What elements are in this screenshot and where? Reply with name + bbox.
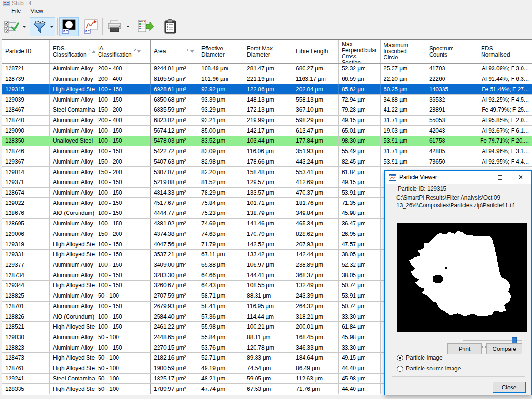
minimize-button[interactable]: — [468,171,489,184]
menu-view[interactable]: View [26,7,48,15]
column-header-ia-classification[interactable]: IA Classification2 [95,40,148,63]
table-row[interactable]: 128721 Aluminium Alloy 200 - 400 9244.01… [2,64,532,74]
dialog-title: Particle Viewer [399,174,468,181]
compare-button[interactable]: Compare [486,343,522,354]
sort-desc-icon [190,50,194,53]
column-header-max-perpendicular[interactable]: Max Perpendicular Cross Section [339,40,381,63]
table-row[interactable]: 129367 Aluminium Alloy 150 - 200 5407.63… [2,156,532,167]
table-header: Particle ID EDS Classification3 IA Class… [2,40,532,64]
table-row[interactable]: 128739 Aluminium Alloy 200 - 400 8165.50… [2,74,532,85]
view-details-dropdown[interactable] [21,17,27,36]
print-button-toolbar[interactable] [105,17,125,36]
menu-file[interactable]: File [7,7,26,15]
column-header-eds-normalised[interactable]: EDS Normalised [478,40,532,63]
radio-particle-source-image[interactable]: Particle source image [397,365,461,372]
window-title: Stub : 4 [12,1,31,6]
column-header-max-inscribed-circle[interactable]: Maximum Inscribed Circle [381,40,426,63]
maximize-icon [498,175,502,180]
toolbar-separator [102,18,103,35]
filter-dropdown[interactable] [49,18,55,36]
spectrum-view-button[interactable] [81,17,100,36]
print-dropdown[interactable] [125,17,131,36]
view-details-button[interactable] [2,17,21,36]
particle-blob-image [397,223,527,332]
close-button[interactable]: Close [493,382,526,393]
toolbar-separator [57,18,58,35]
clipboard-icon [164,19,177,34]
table-export-icon [138,20,154,33]
spectrum-icon [84,19,98,34]
sort-desc-icon [137,50,141,53]
menu-bar: File View [0,6,532,16]
chevron-down-icon [22,26,26,28]
particle-file-path: C:\SmartPI Results\Filter Analysis\Oct 0… [396,194,514,209]
print-button[interactable]: Print [447,343,482,354]
export-table-button[interactable] [136,17,157,36]
radio-particle-image[interactable]: Particle Image [397,354,443,361]
column-header-fibre-length[interactable]: Fibre Length [293,40,339,63]
particle-image-view-button[interactable] [59,17,79,36]
column-header-spectrum-counts[interactable]: Spectrum Counts [426,40,478,63]
particle-image-icon [62,19,76,34]
copy-report-button[interactable] [161,17,179,36]
chevron-down-icon [50,26,54,28]
particle-viewer-dialog: Particle Viewer — ✕ Particle ID: 129315 … [384,170,532,395]
column-header-area[interactable]: Area1 [151,40,198,63]
filter-funnel-icon [33,21,46,33]
filter-button[interactable] [30,18,49,37]
table-row[interactable]: 129090 Aluminium Alloy 100 - 150 5674.12… [2,126,532,136]
column-header-feret-max-diameter[interactable]: Feret Max Diameter [244,40,293,63]
table-row[interactable]: 128746 Aluminium Alloy 100 - 150 5422.72… [2,146,532,157]
column-header-eds-classification[interactable]: EDS Classification3 [50,40,95,63]
table-row[interactable]: 128740 Aluminium Alloy 200 - 400 6823.02… [2,116,532,126]
toolbar [0,16,532,38]
column-header-particle-id[interactable]: Particle ID [2,40,50,63]
groupbox-label: Particle ID: 129315 [396,185,448,192]
dialog-titlebar[interactable]: Particle Viewer — ✕ [385,171,531,184]
table-row[interactable]: 129039 Aluminium Alloy 100 - 150 6850.68… [2,95,532,105]
table-row[interactable]: 129315 High Alloyed Steel 100 - 150 6928… [2,84,532,95]
checklist-icon [4,20,19,33]
column-header-effective-diameter[interactable]: Effective Diameter [198,40,244,63]
table-row[interactable]: 128467 Steel Contaminated 150 - 200 6835… [2,105,532,116]
app-window: Stub : 4 File View [0,0,532,399]
particle-image-canvas [397,223,527,332]
window-titlebar: Stub : 4 [0,0,532,6]
sort-asc-icon [92,50,95,53]
radio-unselected-icon [397,366,403,372]
app-icon [3,1,10,6]
printer-icon [107,20,122,33]
table-row[interactable]: 128350 Unalloyed Steel 100 - 150 5478.03… [2,136,532,146]
radio-selected-icon [397,355,403,361]
particle-viewer-icon [389,174,396,181]
particle-id-groupbox: Particle ID: 129315 C:\SmartPI Results\F… [392,189,525,377]
chevron-down-icon [126,26,130,28]
maximize-button[interactable] [489,171,510,184]
close-icon[interactable]: ✕ [510,171,531,184]
